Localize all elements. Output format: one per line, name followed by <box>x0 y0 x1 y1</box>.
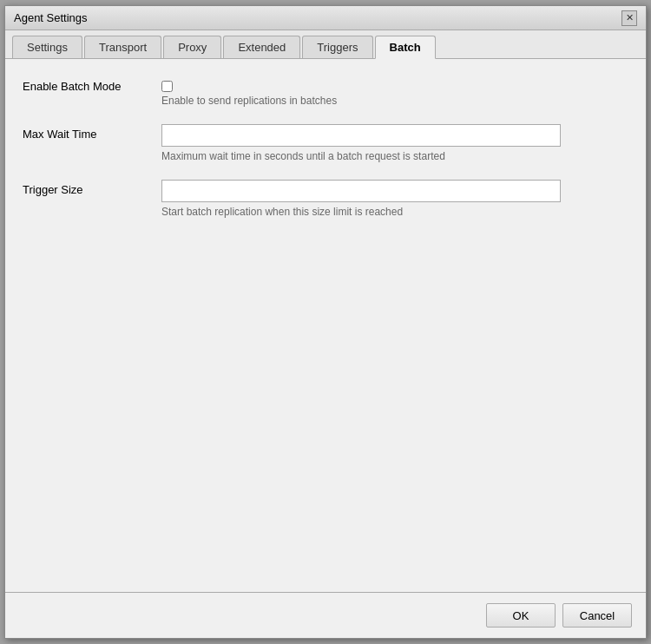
enable-batch-mode-label: Enable Batch Mode <box>23 80 161 93</box>
tab-settings[interactable]: Settings <box>12 36 82 58</box>
trigger-size-input[interactable] <box>161 180 561 202</box>
bottom-bar: OK Cancel <box>5 592 646 638</box>
tab-extended[interactable]: Extended <box>223 36 300 58</box>
title-bar: Agent Settings ✕ <box>5 6 646 30</box>
max-wait-time-label: Max Wait Time <box>23 124 161 141</box>
content-area: Enable Batch Mode Enable to send replica… <box>5 59 646 592</box>
trigger-size-input-area <box>161 180 628 202</box>
trigger-size-field: Trigger Size <box>23 180 628 202</box>
trigger-size-label: Trigger Size <box>23 180 161 196</box>
tab-batch[interactable]: Batch <box>375 36 436 59</box>
max-wait-time-input[interactable] <box>161 124 561 147</box>
enable-batch-mode-wrapper <box>161 81 173 92</box>
trigger-size-hint: Start batch replication when this size l… <box>161 206 628 218</box>
enable-batch-mode-hint: Enable to send replications in batches <box>161 95 628 107</box>
max-wait-time-hint: Maximum wait time in seconds until a bat… <box>161 150 628 162</box>
enable-batch-mode-checkbox[interactable] <box>161 81 173 92</box>
dialog-title: Agent Settings <box>14 11 88 24</box>
close-button[interactable]: ✕ <box>621 10 637 26</box>
tab-transport[interactable]: Transport <box>84 36 161 58</box>
ok-button[interactable]: OK <box>486 603 556 628</box>
max-wait-time-input-area <box>161 124 628 147</box>
enable-batch-mode-row: Enable Batch Mode <box>23 80 628 93</box>
cancel-button[interactable]: Cancel <box>562 603 632 628</box>
tab-proxy[interactable]: Proxy <box>163 36 221 58</box>
max-wait-time-field: Max Wait Time <box>23 124 628 147</box>
agent-settings-dialog: Agent Settings ✕ Settings Transport Prox… <box>4 5 647 639</box>
tab-triggers[interactable]: Triggers <box>302 36 372 58</box>
tab-bar: Settings Transport Proxy Extended Trigge… <box>5 30 646 59</box>
